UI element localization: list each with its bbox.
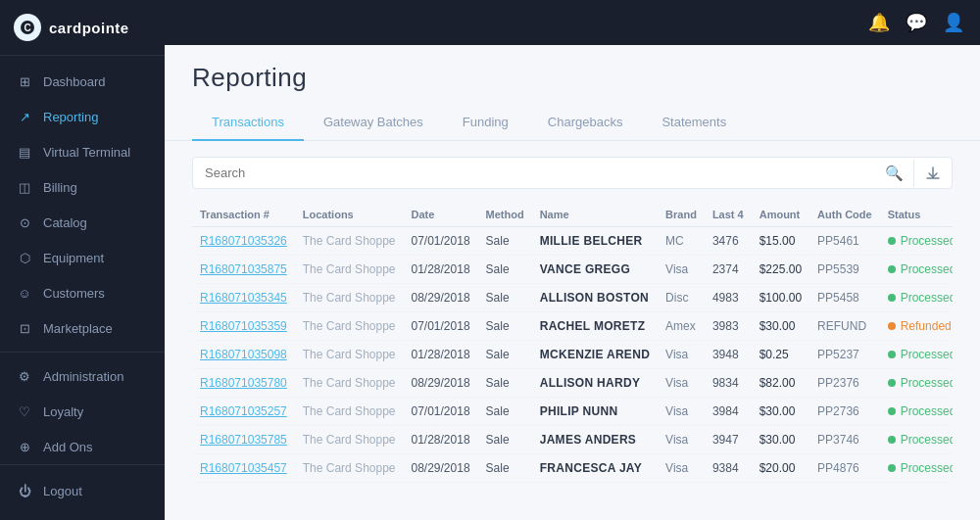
cell-amount-6: $30.00	[752, 398, 809, 426]
tab-gateway-batches[interactable]: Gateway Batches	[304, 105, 443, 141]
cell-location-1: The Card Shoppe	[295, 256, 404, 284]
table-row: R168071035785 The Card Shoppe 01/28/2018…	[192, 426, 953, 454]
cell-method-4: Sale	[478, 341, 532, 369]
sidebar-label-marketplace: Marketplace	[43, 321, 113, 336]
sidebar-item-marketplace[interactable]: ⊡ Marketplace	[0, 310, 165, 346]
tabs-bar: Transactions Gateway Batches Funding Cha…	[165, 105, 980, 141]
cell-location-3: The Card Shoppe	[295, 312, 404, 341]
tab-chargebacks[interactable]: Chargebacks	[528, 105, 643, 141]
virtual-terminal-icon: ▤	[16, 143, 33, 161]
status-badge-4: Processed	[888, 348, 953, 361]
transaction-link-1[interactable]: R168071035875	[200, 262, 287, 276]
transaction-link-0[interactable]: R168071035326	[200, 234, 287, 248]
tab-funding[interactable]: Funding	[443, 105, 528, 141]
transaction-link-8[interactable]: R168071035457	[200, 461, 287, 475]
sidebar-item-logout[interactable]: ⏻ Logout	[0, 473, 165, 508]
sidebar-label-administration: Administration	[43, 369, 123, 384]
cell-status-2: Processed	[880, 284, 953, 312]
transaction-link-6[interactable]: R168071035257	[200, 404, 287, 418]
cell-name-7: JAMES ANDERS	[532, 426, 658, 454]
sidebar-item-administration[interactable]: ⚙ Administration	[0, 358, 165, 394]
administration-icon: ⚙	[16, 367, 33, 385]
sidebar-item-virtual-terminal[interactable]: ▤ Virtual Terminal	[0, 134, 165, 169]
table-body: R168071035326 The Card Shoppe 07/01/2018…	[192, 227, 953, 483]
cell-location-6: The Card Shoppe	[295, 398, 404, 426]
sidebar-item-catalog[interactable]: ⊙ Catalog	[0, 205, 165, 240]
sidebar-item-customers[interactable]: ☺ Customers	[0, 275, 165, 310]
col-brand: Brand	[658, 203, 705, 227]
tab-transactions[interactable]: Transactions	[192, 105, 304, 141]
sidebar-item-dashboard[interactable]: ⊞ Dashboard	[0, 64, 165, 99]
sidebar-label-logout: Logout	[43, 484, 82, 498]
cell-location-5: The Card Shoppe	[295, 369, 404, 398]
cell-method-5: Sale	[478, 369, 532, 398]
cell-status-0: Processed	[880, 227, 953, 256]
messages-icon[interactable]: 💬	[906, 12, 927, 33]
cell-brand-0: MC	[658, 227, 705, 256]
transaction-link-4[interactable]: R168071035098	[200, 348, 287, 361]
cell-name-8: FRANCESCA JAY	[532, 454, 658, 483]
cell-location-8: The Card Shoppe	[295, 454, 404, 483]
cell-amount-8: $20.00	[752, 454, 809, 483]
sidebar-item-add-ons[interactable]: ⊕ Add Ons	[0, 429, 165, 464]
status-label-8: Processed	[901, 461, 953, 475]
logout-icon: ⏻	[16, 482, 33, 499]
search-icon: 🔍	[875, 165, 913, 182]
cell-brand-3: Amex	[658, 312, 705, 341]
table: Transaction # Locations Date Method Name…	[192, 203, 953, 483]
col-transaction: Transaction #	[192, 203, 295, 227]
status-dot-6	[888, 407, 896, 415]
sidebar-item-equipment[interactable]: ⬡ Equipment	[0, 240, 165, 275]
dashboard-icon: ⊞	[16, 72, 33, 90]
nav-divider	[0, 352, 165, 353]
col-locations: Locations	[295, 203, 404, 227]
download-button[interactable]	[913, 160, 952, 187]
billing-icon: ◫	[16, 178, 33, 196]
cell-status-6: Processed	[880, 398, 953, 426]
transaction-link-7[interactable]: R168071035785	[200, 433, 287, 447]
cell-location-7: The Card Shoppe	[295, 426, 404, 454]
status-dot-1	[888, 265, 896, 273]
cell-last4-7: 3947	[705, 426, 752, 454]
transaction-link-2[interactable]: R168071035345	[200, 291, 287, 305]
download-icon	[926, 166, 940, 180]
cell-brand-2: Disc	[658, 284, 705, 312]
tab-statements[interactable]: Statements	[642, 105, 746, 141]
sidebar-item-billing[interactable]: ◫ Billing	[0, 169, 165, 205]
profile-icon[interactable]: 👤	[943, 12, 964, 33]
cell-date-1: 01/28/2018	[404, 256, 478, 284]
cell-brand-4: Visa	[658, 341, 705, 369]
sidebar-nav: ⊞ Dashboard ↗ Reporting ▤ Virtual Termin…	[0, 56, 165, 464]
transaction-link-5[interactable]: R168071035780	[200, 376, 287, 390]
add-ons-icon: ⊕	[16, 438, 33, 455]
cell-last4-2: 4983	[705, 284, 752, 312]
cell-auth-3: REFUND	[809, 312, 880, 341]
cell-brand-5: Visa	[658, 369, 705, 398]
logo-text: cardpointe	[49, 20, 129, 36]
cell-transaction-0: R168071035326	[192, 227, 295, 256]
cell-auth-0: PP5461	[809, 227, 880, 256]
cell-auth-1: PP5539	[809, 256, 880, 284]
search-input[interactable]	[193, 158, 875, 188]
content-area: 🔍 Transaction # Locations Date Method Na…	[165, 141, 980, 520]
logo-icon: C	[14, 14, 41, 41]
sidebar-item-reporting[interactable]: ↗ Reporting	[0, 99, 165, 134]
sidebar-label-billing: Billing	[43, 180, 77, 195]
cell-date-8: 08/29/2018	[404, 454, 478, 483]
notifications-icon[interactable]: 🔔	[868, 12, 890, 33]
cell-auth-5: PP2376	[809, 369, 880, 398]
cell-last4-4: 3948	[705, 341, 752, 369]
cell-brand-6: Visa	[658, 398, 705, 426]
cell-auth-2: PP5458	[809, 284, 880, 312]
sidebar-label-customers: Customers	[43, 286, 105, 301]
cell-transaction-6: R168071035257	[192, 398, 295, 426]
cell-last4-3: 3983	[705, 312, 752, 341]
transaction-link-3[interactable]: R168071035359	[200, 319, 287, 333]
sidebar-label-virtual-terminal: Virtual Terminal	[43, 145, 130, 160]
sidebar-item-loyalty[interactable]: ♡ Loyalty	[0, 394, 165, 429]
cell-name-5: ALLISON HARDY	[532, 369, 658, 398]
table-row: R168071035780 The Card Shoppe 08/29/2018…	[192, 369, 953, 398]
table-row: R168071035326 The Card Shoppe 07/01/2018…	[192, 227, 953, 256]
sidebar-label-add-ons: Add Ons	[43, 440, 93, 454]
cell-name-0: MILLIE BELCHER	[532, 227, 658, 256]
